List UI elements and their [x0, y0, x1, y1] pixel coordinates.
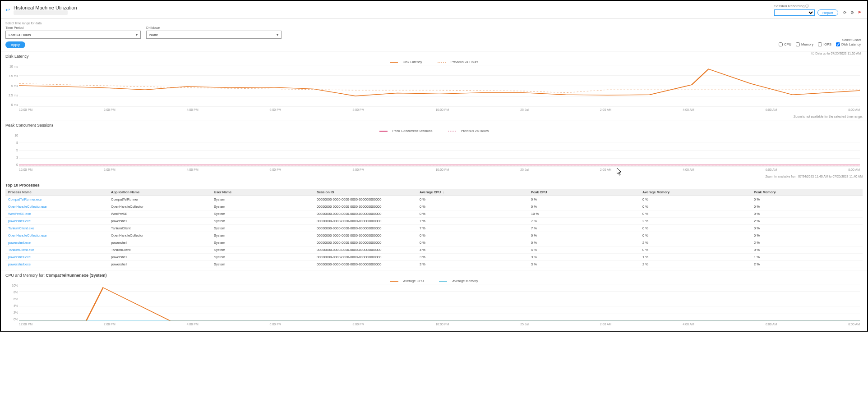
axis-tick: 6:00 PM: [270, 168, 282, 174]
cell-peak-cpu: 7 %: [528, 218, 640, 225]
axis-tick: 6:00 AM: [766, 323, 777, 329]
axis-tick: 4:00 AM: [683, 108, 694, 114]
cell-peak-cpu: 0 %: [528, 196, 640, 203]
axis-tick: 8:00 AM: [848, 168, 860, 174]
col-session-id[interactable]: Session ID: [314, 189, 417, 196]
table-row: powershell.exe powershell System 0000000…: [5, 218, 863, 225]
cell-peak-cpu: 7 %: [528, 225, 640, 232]
cell-avg-mem: 2 %: [640, 218, 751, 225]
axis-tick: 8%: [8, 291, 18, 294]
axis-tick: 2:00 AM: [600, 323, 612, 329]
gear-icon[interactable]: ⚙: [850, 10, 854, 15]
chevron-down-icon: ▾: [277, 33, 278, 37]
axis-tick: 10%: [8, 284, 18, 287]
process-name-link[interactable]: OpenHandleCollector.exe: [5, 232, 108, 239]
session-recording-select[interactable]: [774, 9, 815, 16]
cell-avg-cpu: 3 %: [417, 261, 528, 268]
axis-tick: 25 Jul: [520, 108, 529, 114]
col-user-name[interactable]: User Name: [211, 189, 314, 196]
refresh-icon[interactable]: ⟳: [843, 10, 847, 15]
cell-peak-cpu: 4 %: [528, 246, 640, 254]
disk-latency-chart[interactable]: 10 ms7.5 ms5 ms2.5 ms0 ms 12:00 PM2:00 P…: [5, 65, 863, 114]
apply-button[interactable]: Apply: [5, 41, 25, 48]
session-recording-label: Session Recording: [774, 4, 804, 8]
cell-peak-mem: 0 %: [751, 232, 863, 239]
report-button[interactable]: Report: [817, 9, 838, 16]
table-row: TaniumClient.exe TaniumClient System 000…: [5, 246, 863, 254]
cell-avg-mem: 1 %: [640, 254, 751, 261]
disk-latency-section: Disk Latency Disk Latency Previous 24 Ho…: [1, 51, 867, 120]
top-processes-section: Top 10 Processes Process Name Applicatio…: [1, 180, 867, 270]
cell-app: OpenHandleCollector: [108, 203, 211, 210]
cpu-memory-chart[interactable]: 10%8%6%4%2%0% 12:00 PM2:00 PM4:00 PM6:00…: [5, 284, 863, 329]
table-row: OpenHandleCollector.exe OpenHandleCollec…: [5, 203, 863, 210]
cell-user: System: [211, 218, 314, 225]
drilldown-select[interactable]: None▾: [146, 31, 282, 39]
table-row: powershell.exe powershell System 0000000…: [5, 239, 863, 246]
col-peak-mem[interactable]: Peak Memory: [751, 189, 863, 196]
process-name-link[interactable]: powershell.exe: [5, 254, 108, 261]
axis-tick: 6%: [8, 297, 18, 301]
processes-table: Process Name Application Name User Name …: [5, 189, 863, 268]
table-header-row: Process Name Application Name User Name …: [5, 189, 863, 196]
memory-checkbox[interactable]: Memory: [796, 42, 813, 46]
process-name-link[interactable]: powershell.exe: [5, 261, 108, 268]
cell-user: System: [211, 239, 314, 246]
cell-peak-cpu: 0 %: [528, 232, 640, 239]
col-avg-cpu[interactable]: Average CPU↓: [417, 189, 528, 196]
sort-desc-icon: ↓: [443, 191, 444, 194]
process-name-link[interactable]: TaniumClient.exe: [5, 225, 108, 232]
cell-sid: 00000000-0000-0000-0000-000000000000: [314, 254, 417, 261]
process-name-link[interactable]: TaniumClient.exe: [5, 246, 108, 254]
disk-latency-checkbox[interactable]: Disk Latency: [836, 42, 861, 46]
cell-sid: 00000000-0000-0000-0000-000000000000: [314, 239, 417, 246]
top-processes-title: Top 10 Processes: [5, 183, 863, 187]
disk-latency-legend: Disk Latency Previous 24 Hours: [5, 60, 863, 64]
cell-sid: 00000000-0000-0000-0000-000000000000: [314, 225, 417, 232]
axis-tick: 12:00 PM: [19, 168, 32, 174]
process-name-link[interactable]: powershell.exe: [5, 239, 108, 246]
cell-avg-mem: 0 %: [640, 203, 751, 210]
time-period-select[interactable]: Last 24 Hours▾: [5, 31, 141, 39]
process-name-link[interactable]: powershell.exe: [5, 218, 108, 225]
col-application-name[interactable]: Application Name: [108, 189, 211, 196]
chevron-down-icon: ▾: [136, 33, 138, 37]
back-icon[interactable]: ↩: [5, 7, 10, 13]
info-icon[interactable]: ⓘ: [805, 4, 809, 8]
cell-app: powershell: [108, 218, 211, 225]
col-process-name[interactable]: Process Name: [5, 189, 108, 196]
cell-sid: 00000000-0000-0000-0000-000000000000: [314, 210, 417, 218]
axis-tick: 2:00 AM: [600, 168, 612, 174]
col-peak-cpu[interactable]: Peak CPU: [528, 189, 640, 196]
axis-tick: 8: [8, 141, 18, 144]
cell-avg-cpu: 4 %: [417, 246, 528, 254]
axis-tick: 10:00 PM: [435, 323, 449, 329]
process-name-link[interactable]: OpenHandleCollector.exe: [5, 203, 108, 210]
table-row: WmiPrvSE.exe WmiPrvSE System 00000000-00…: [5, 210, 863, 218]
axis-tick: 6:00 AM: [766, 108, 777, 114]
cell-sid: 00000000-0000-0000-0000-000000000000: [314, 196, 417, 203]
cell-avg-mem: 2 %: [640, 239, 751, 246]
cell-user: System: [211, 254, 314, 261]
cell-avg-mem: 0 %: [640, 210, 751, 218]
cell-peak-cpu: 10 %: [528, 210, 640, 218]
axis-tick: 10: [8, 134, 18, 137]
axis-tick: 2:00 PM: [104, 108, 115, 114]
col-avg-mem[interactable]: Average Memory: [640, 189, 751, 196]
axis-tick: 8:00 PM: [353, 108, 365, 114]
cell-peak-cpu: 3 %: [528, 261, 640, 268]
sessions-chart[interactable]: 108530 12:00 PM2:00 PM4:00 PM6:00 PM8:00…: [5, 134, 863, 174]
cell-user: System: [211, 225, 314, 232]
axis-tick: 25 Jul: [520, 323, 529, 329]
cpu-memory-section: CPU and Memory for: CompatTelRunner.exe …: [1, 270, 867, 331]
process-name-link[interactable]: CompatTelRunner.exe: [5, 196, 108, 203]
table-row: CompatTelRunner.exe CompatTelRunner Syst…: [5, 196, 863, 203]
alert-icon[interactable]: ⚑: [857, 10, 862, 15]
cell-sid: 00000000-0000-0000-0000-000000000000: [314, 218, 417, 225]
cpu-checkbox[interactable]: CPU: [779, 42, 791, 46]
cell-peak-mem: 0 %: [751, 246, 863, 254]
cell-sid: 00000000-0000-0000-0000-000000000000: [314, 232, 417, 239]
iops-checkbox[interactable]: IOPS: [818, 42, 831, 46]
axis-tick: 8:00 AM: [848, 108, 860, 114]
process-name-link[interactable]: WmiPrvSE.exe: [5, 210, 108, 218]
